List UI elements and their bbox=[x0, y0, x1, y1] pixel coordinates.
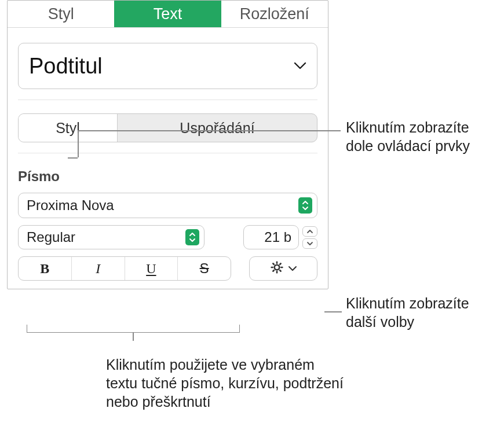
callout-connector bbox=[68, 157, 78, 159]
divider bbox=[18, 100, 317, 100]
advanced-options-button[interactable] bbox=[249, 256, 317, 281]
stepper-up-button[interactable] bbox=[302, 226, 317, 237]
stepper-down-button[interactable] bbox=[302, 238, 317, 249]
svg-point-0 bbox=[274, 265, 279, 270]
svg-rect-2 bbox=[276, 271, 277, 274]
svg-rect-7 bbox=[272, 263, 275, 266]
font-family-popup[interactable]: Proxima Nova bbox=[18, 193, 317, 218]
font-family-value: Proxima Nova bbox=[27, 197, 114, 214]
callout-connector bbox=[324, 311, 342, 312]
callout-advanced: Kliknutím zobrazíte další volby bbox=[346, 294, 499, 331]
font-size-field[interactable]: 21 b bbox=[243, 225, 299, 249]
callout-connector bbox=[78, 130, 79, 157]
svg-rect-6 bbox=[272, 269, 275, 272]
callout-bracket bbox=[27, 325, 240, 333]
text-style-group: B I U S bbox=[18, 256, 231, 281]
paragraph-style-label: Podtitul bbox=[29, 54, 103, 79]
callout-bius: Kliknutím použijete ve vybraném textu tu… bbox=[106, 355, 349, 411]
svg-rect-5 bbox=[279, 263, 282, 266]
chevron-down-icon bbox=[294, 62, 306, 70]
style-layout-segmented: Styl Uspořádání bbox=[18, 113, 317, 142]
font-weight-popup[interactable]: Regular bbox=[18, 225, 204, 249]
bold-button[interactable]: B bbox=[19, 257, 71, 280]
top-tabs: Styl Text Rozložení bbox=[8, 1, 328, 28]
divider bbox=[18, 153, 317, 153]
tab-style[interactable]: Styl bbox=[8, 1, 114, 27]
chevron-down-icon bbox=[288, 263, 297, 274]
callout-segmented: Kliknutím zobrazíte dole ovládací prvky bbox=[346, 118, 499, 155]
popup-arrows-icon bbox=[185, 229, 199, 245]
segmented-layout[interactable]: Uspořádání bbox=[117, 114, 317, 142]
tab-layout[interactable]: Rozložení bbox=[221, 1, 328, 27]
format-inspector-panel: Styl Text Rozložení Podtitul Styl Uspořá… bbox=[7, 0, 328, 289]
font-size-value: 21 b bbox=[264, 229, 291, 245]
svg-rect-1 bbox=[276, 261, 277, 264]
italic-button[interactable]: I bbox=[71, 257, 125, 280]
paragraph-style-popup[interactable]: Podtitul bbox=[18, 43, 317, 89]
callout-connector bbox=[78, 130, 341, 131]
svg-rect-4 bbox=[280, 267, 283, 269]
tab-text[interactable]: Text bbox=[114, 1, 221, 27]
svg-rect-8 bbox=[279, 269, 282, 272]
underline-button[interactable]: U bbox=[125, 257, 178, 280]
strikethrough-button[interactable]: S bbox=[177, 257, 231, 280]
font-weight-value: Regular bbox=[27, 229, 75, 245]
font-size-stepper bbox=[302, 225, 317, 249]
segmented-style[interactable]: Styl bbox=[19, 114, 117, 142]
font-section-label: Písmo bbox=[18, 168, 317, 185]
callout-bracket-stem bbox=[133, 333, 134, 341]
popup-arrows-icon bbox=[298, 197, 312, 214]
gear-icon bbox=[270, 260, 284, 277]
svg-rect-3 bbox=[271, 267, 273, 269]
